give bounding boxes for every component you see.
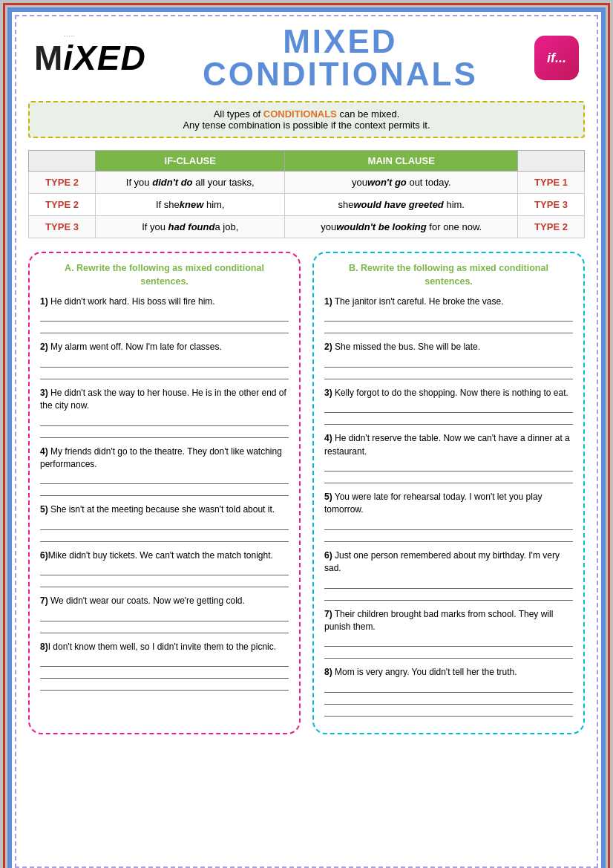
answer-line (324, 682, 573, 693)
mixed-logo: Mi·····XED (34, 38, 146, 78)
banner-line2: Any tense combination is possible if the… (39, 120, 574, 131)
table-row: TYPE 2 If you didn't do all your tasks, … (29, 172, 585, 194)
answer-line (324, 414, 573, 425)
exercise-a-column: A. Rewrite the following as mixed condit… (28, 252, 301, 734)
answer-line (40, 611, 289, 621)
if-clause-1: If you didn't do all your tasks, (96, 172, 285, 194)
table-col-if: IF-CLAUSE (96, 151, 285, 172)
if-clause-3: If you had founda job, (96, 216, 285, 238)
answer-line (40, 428, 289, 438)
answer-line (324, 402, 573, 413)
answer-line (40, 565, 289, 575)
answer-line (324, 323, 573, 333)
table-row: TYPE 3 If you had founda job, youwouldn'… (29, 216, 585, 238)
answer-line (324, 532, 573, 542)
header: Mi·····XED MIXED CONDITIONALS if... (28, 25, 585, 91)
answer-line (40, 474, 289, 484)
conditionals-table: IF-CLAUSE MAIN CLAUSE TYPE 2 If you didn… (28, 150, 585, 238)
if-clause-2: If sheknew him, (96, 194, 285, 216)
exercise-a-item-8: 8)I don't know them well, so I didn't in… (40, 641, 289, 691)
answer-line (40, 577, 289, 587)
exercise-b-item-1: 1) The janitor isn't careful. He broke t… (324, 296, 573, 333)
answer-line (40, 323, 289, 333)
answer-line (40, 357, 289, 368)
answer-line (324, 357, 573, 368)
type-left-2: TYPE 2 (45, 199, 79, 210)
main-clause-2: shewould have greeted him. (285, 194, 518, 216)
type-right-1: TYPE 1 (534, 177, 568, 188)
answer-line (40, 311, 289, 322)
exercise-b-item-3: 3) Kelly forgot to do the shopping. Now … (324, 387, 573, 425)
main-clause-3: youwouldn't be looking for one now. (285, 216, 518, 238)
answer-line (324, 369, 573, 379)
page-title-line1: MIXED (146, 25, 534, 58)
answer-line (40, 680, 289, 691)
answer-line (324, 648, 573, 659)
if-badge: if... (534, 36, 579, 80)
answer-line (324, 311, 573, 322)
type-left-1: TYPE 2 (45, 177, 79, 188)
exercise-a-title: A. Rewrite the following as mixed condit… (40, 262, 289, 288)
page: Mi·····XED MIXED CONDITIONALS if... All … (7, 7, 606, 868)
answer-line (40, 623, 289, 633)
exercise-a-item-4: 4) My friends didn't go to the theatre. … (40, 446, 289, 497)
answer-line (40, 369, 289, 379)
answer-line (324, 706, 573, 717)
banner-line1: All types of CONDITIONALS can be mixed. (39, 108, 574, 120)
exercise-a-item-2: 2) My alarm went off. Now I'm late for c… (40, 341, 289, 379)
answer-line (324, 590, 573, 601)
table-header-empty2 (518, 151, 585, 172)
exercises-section: A. Rewrite the following as mixed condit… (28, 252, 585, 734)
answer-line (324, 636, 573, 647)
exercise-a-item-1: 1) He didn't work hard. His boss will fi… (40, 296, 289, 333)
answer-line (324, 578, 573, 589)
answer-line (324, 461, 573, 471)
info-banner: All types of CONDITIONALS can be mixed. … (28, 101, 585, 138)
page-title-line2: CONDITIONALS (146, 58, 534, 91)
answer-line (40, 416, 289, 426)
answer-line (40, 520, 289, 530)
type-right-2: TYPE 3 (534, 199, 568, 210)
answer-line (324, 473, 573, 483)
exercise-b-item-2: 2) She missed the bus. She will be late. (324, 341, 573, 379)
exercise-b-title: B. Rewrite the following as mixed condit… (324, 262, 573, 288)
table-row: TYPE 2 If sheknew him, shewould have gre… (29, 194, 585, 216)
answer-line (40, 656, 289, 667)
exercise-a-item-7: 7) We didn't wear our coats. Now we're g… (40, 595, 289, 633)
title-block: MIXED CONDITIONALS (146, 25, 534, 91)
answer-line (40, 486, 289, 496)
type-right-3: TYPE 2 (534, 221, 568, 232)
exercise-a-item-6: 6)Mike didn't buy tickets. We can't watc… (40, 549, 289, 587)
answer-line (40, 668, 289, 679)
answer-line (40, 532, 289, 542)
exercise-b-item-4: 4) He didn't reserve the table. Now we c… (324, 432, 573, 483)
exercise-b-item-8: 8) Mom is very angry. You didn't tell he… (324, 666, 573, 716)
exercise-b-column: B. Rewrite the following as mixed condit… (312, 252, 585, 734)
table-col-main: MAIN CLAUSE (285, 151, 518, 172)
exercise-b-item-5: 5) You were late for rehearsal today. I … (324, 491, 573, 542)
answer-line (324, 694, 573, 705)
table-header-empty (29, 151, 96, 172)
main-clause-1: youwon't go out today. (285, 172, 518, 194)
exercise-b-item-6: 6) Just one person remembered about my b… (324, 549, 573, 601)
exercise-b-item-7: 7) Their children brought bad marks from… (324, 608, 573, 659)
answer-line (324, 520, 573, 530)
exercise-a-item-3: 3) He didn't ask the way to her house. H… (40, 387, 289, 438)
exercise-a-item-5: 5) She isn't at the meeting because she … (40, 503, 289, 541)
type-left-3: TYPE 3 (45, 221, 79, 232)
